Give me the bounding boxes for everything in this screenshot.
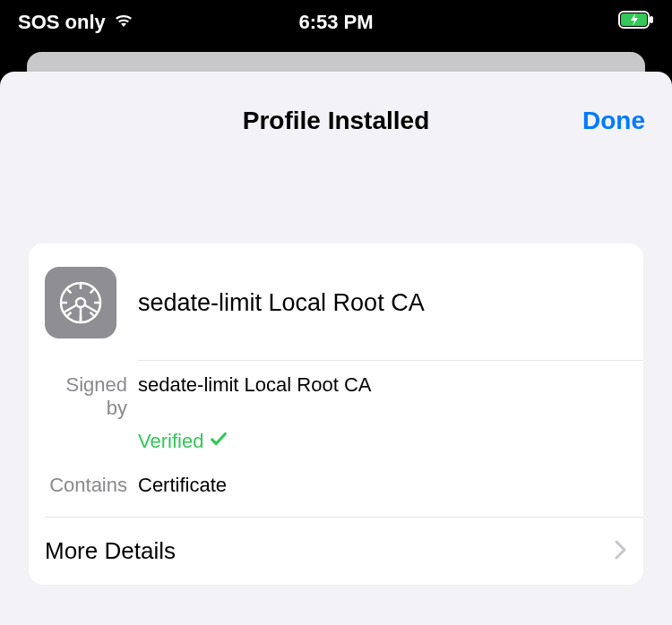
more-details-label: More Details <box>45 537 176 565</box>
svg-line-11 <box>66 312 71 317</box>
svg-line-14 <box>84 305 98 313</box>
status-time: 6:53 PM <box>298 11 373 34</box>
gear-icon <box>45 267 116 338</box>
signed-by-value: sedate-limit Local Root CA <box>138 373 371 420</box>
verified-status: Verified <box>138 429 228 454</box>
more-details-button[interactable]: More Details <box>29 518 643 585</box>
wifi-icon <box>113 11 134 34</box>
battery-charging-icon <box>618 11 654 34</box>
signed-by-label: Signed by <box>45 373 138 420</box>
contains-row: Contains Certificate <box>29 465 643 517</box>
verified-row: Verified <box>29 427 643 465</box>
done-button[interactable]: Done <box>582 107 645 135</box>
check-icon <box>209 429 228 454</box>
svg-line-15 <box>64 305 77 313</box>
page-title: Profile Installed <box>243 107 430 135</box>
contains-label: Contains <box>45 474 138 497</box>
svg-rect-2 <box>650 16 653 23</box>
signed-by-row: Signed by sedate-limit Local Root CA <box>29 361 643 427</box>
modal-sheet: Profile Installed Done <box>0 72 672 625</box>
network-status: SOS only <box>18 11 106 34</box>
status-bar: SOS only 6:53 PM <box>0 0 672 45</box>
profile-header-row: sedate-limit Local Root CA <box>29 244 643 360</box>
profile-card: sedate-limit Local Root CA Signed by sed… <box>29 244 643 585</box>
verified-label: Verified <box>138 430 203 453</box>
sheet-header: Profile Installed Done <box>0 72 672 170</box>
svg-line-12 <box>90 288 95 293</box>
svg-line-9 <box>66 288 71 293</box>
status-left: SOS only <box>18 11 134 34</box>
profile-name: sedate-limit Local Root CA <box>138 289 425 317</box>
contains-value: Certificate <box>138 474 227 497</box>
chevron-right-icon <box>615 540 627 563</box>
svg-line-10 <box>90 312 95 317</box>
svg-point-4 <box>76 298 85 307</box>
status-right <box>618 11 654 34</box>
